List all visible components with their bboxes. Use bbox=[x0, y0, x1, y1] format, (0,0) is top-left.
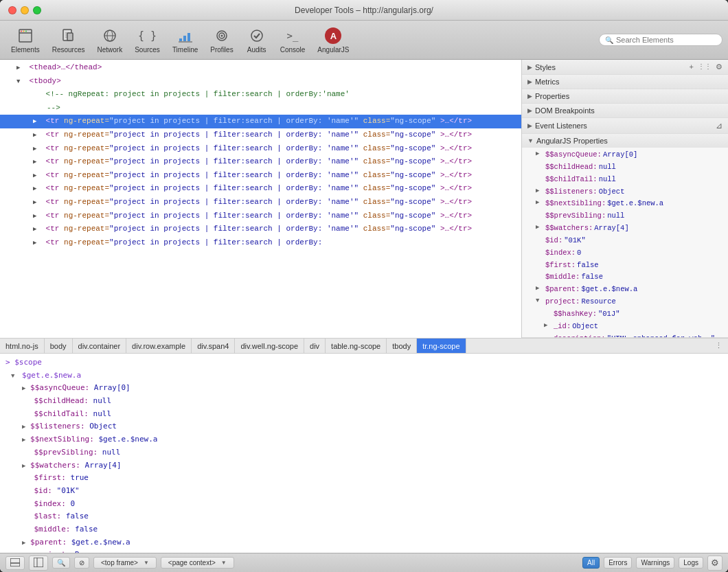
scope-line[interactable]: ▼ $get.e.$new.a bbox=[5, 369, 723, 382]
scope-line[interactable]: $$childTail: null bbox=[5, 408, 723, 421]
prop-row[interactable]: ▼ project: Resource bbox=[536, 296, 723, 308]
scope-line[interactable]: $first: true bbox=[5, 472, 723, 485]
prop-row[interactable]: $middle: false bbox=[536, 271, 723, 284]
add-style-icon[interactable]: + bbox=[690, 62, 694, 71]
scope-root-line[interactable]: > $scope bbox=[5, 356, 723, 369]
prop-value: $get.e.$new.a bbox=[581, 284, 637, 296]
prop-row[interactable]: $first: false bbox=[536, 260, 723, 272]
prop-name: $$prevSibling: bbox=[545, 210, 606, 222]
filter-logs-button[interactable]: Logs bbox=[679, 557, 703, 569]
breadcrumb-div-row-example[interactable]: div.row.example bbox=[126, 339, 192, 353]
prop-row[interactable]: ▶ $$watchers: Array[4] bbox=[536, 222, 723, 235]
scope-line[interactable]: $$prevSibling: null bbox=[5, 446, 723, 459]
table-row[interactable]: ▶ <tr ng-repeat="project in projects | f… bbox=[0, 236, 521, 250]
metrics-header[interactable]: ▶ Metrics bbox=[522, 75, 728, 89]
prop-row[interactable]: description: "HTML enhanced for web …" bbox=[536, 333, 723, 337]
prop-value: Array[4] bbox=[594, 222, 628, 235]
prop-row[interactable]: ▶ _id: Object bbox=[536, 321, 723, 333]
filter-warnings-button[interactable]: Warnings bbox=[636, 557, 674, 569]
expand-triangle: ▶ bbox=[33, 144, 41, 154]
search-bar[interactable]: 🔍 bbox=[599, 34, 723, 46]
no-pause-button[interactable]: ⊘ bbox=[74, 557, 89, 569]
prop-row[interactable]: ▶ $parent: $get.e.$new.a bbox=[536, 284, 723, 296]
prop-row[interactable]: ▶ $$asyncQueue: Array[0] bbox=[536, 149, 723, 161]
toolbar-elements[interactable]: Elements bbox=[5, 23, 45, 56]
table-row[interactable]: ▶ <tr ng-repeat="project in projects | f… bbox=[0, 155, 521, 169]
table-row[interactable]: --> bbox=[0, 102, 521, 115]
scope-line[interactable]: ▶ $$nextSibling: $get.e.$new.a bbox=[5, 433, 723, 446]
prop-row[interactable]: ▶ $$nextSibling: $get.e.$new.a bbox=[536, 198, 723, 210]
table-row[interactable]: ▶ <tr ng-repeat="project in projects | f… bbox=[0, 222, 521, 236]
toolbar-resources[interactable]: Resources bbox=[47, 23, 91, 56]
table-row[interactable]: ▶ <tr ng-repeat="project in projects | f… bbox=[0, 182, 521, 196]
toolbar-audits[interactable]: Audits bbox=[240, 23, 273, 56]
scope-line[interactable]: $id: "01K" bbox=[5, 485, 723, 498]
scope-line[interactable]: $last: false bbox=[5, 510, 723, 523]
scope-line[interactable]: ▶ $$watchers: Array[4] bbox=[5, 459, 723, 472]
table-row[interactable]: ▶ <tr ng-repeat="project in projects | f… bbox=[0, 142, 521, 156]
prop-row[interactable]: $id: "01K" bbox=[536, 235, 723, 247]
style-settings-icon[interactable]: ⚙ bbox=[716, 62, 723, 71]
scope-line[interactable]: $middle: false bbox=[5, 523, 723, 536]
properties-header[interactable]: ▶ Properties bbox=[522, 89, 728, 103]
toolbar-network[interactable]: Network bbox=[92, 23, 128, 56]
dom-breakpoints-header[interactable]: ▶ DOM Breakpoints bbox=[522, 104, 728, 117]
table-row[interactable]: ▶ <tr ng-repeat="project in projects | f… bbox=[0, 128, 521, 142]
frame-select[interactable]: <top frame> ▼ bbox=[93, 557, 157, 569]
inspect-mode-button[interactable] bbox=[29, 556, 48, 571]
svg-point-3 bbox=[23, 31, 24, 32]
table-row[interactable]: ▶ <tr ng-repeat="project in projects | f… bbox=[0, 209, 521, 223]
scope-line[interactable]: ▶ $parent: $get.e.$new.a bbox=[5, 536, 723, 549]
table-row[interactable]: ▶ <tr ng-repeat="project in projects | f… bbox=[0, 169, 521, 183]
toolbar-profiles[interactable]: Profiles bbox=[205, 23, 238, 56]
breadcrumb-tr-ng-scope[interactable]: tr.ng-scope bbox=[417, 339, 466, 353]
filter-all-button[interactable]: All bbox=[582, 557, 600, 569]
selected-dom-row[interactable]: ▶ <tr ng-repeat="project in projects | f… bbox=[0, 115, 521, 128]
table-row[interactable]: <!-- ngRepeat: project in projects | fil… bbox=[0, 88, 521, 102]
table-row[interactable]: ▶ <tr ng-repeat="project in projects | f… bbox=[0, 196, 521, 209]
context-select[interactable]: <page context> ▼ bbox=[161, 557, 234, 569]
prop-row[interactable]: $$prevSibling: null bbox=[536, 210, 723, 222]
toolbar-timeline[interactable]: Timeline bbox=[167, 23, 203, 56]
filter-errors-button[interactable]: Errors bbox=[604, 557, 632, 569]
style-options-icon[interactable]: ⋮⋮ bbox=[698, 62, 712, 71]
breadcrumb-tbody[interactable]: tbody bbox=[387, 339, 417, 353]
breadcrumb-div[interactable]: div bbox=[304, 339, 326, 353]
breadcrumb-div-container[interactable]: div.container bbox=[73, 339, 127, 353]
close-button[interactable] bbox=[8, 6, 16, 14]
breadcrumb-div-well-ng-scope[interactable]: div.well.ng-scope bbox=[235, 339, 304, 353]
prop-row[interactable]: $$hashKey: "01J" bbox=[536, 308, 723, 321]
toolbar-sources[interactable]: { } Sources bbox=[129, 23, 166, 56]
breadcrumb-body[interactable]: body bbox=[45, 339, 73, 353]
prop-row[interactable]: $$childTail: null bbox=[536, 174, 723, 186]
scope-line[interactable]: ▶ $$listeners: Object bbox=[5, 420, 723, 433]
scope-line[interactable]: ▶ $$asyncQueue: Array[0] bbox=[5, 382, 723, 395]
filter-icon[interactable]: ⊿ bbox=[716, 121, 723, 130]
console-icon: >_ bbox=[283, 26, 302, 45]
toolbar-console[interactable]: >_ Console bbox=[275, 23, 311, 56]
breadcrumb-table-ng-scope[interactable]: table.ng-scope bbox=[326, 339, 387, 353]
scope-line[interactable]: $index: 0 bbox=[5, 498, 723, 511]
properties-panel: ▶ Styles + ⋮⋮ ⚙ ▶ Metrics bbox=[522, 60, 728, 338]
prop-row[interactable]: ▶ $$listeners: Object bbox=[536, 186, 723, 198]
dock-bottom-button[interactable] bbox=[5, 556, 25, 570]
prop-row[interactable]: $index: 0 bbox=[536, 247, 723, 260]
breadcrumb-html[interactable]: html.no-js bbox=[0, 339, 45, 353]
angularjs-properties-header[interactable]: ▼ AngularJS Properties bbox=[522, 134, 728, 148]
prop-row[interactable]: $$childHead: null bbox=[536, 161, 723, 174]
element-picker-button[interactable]: 🔍 bbox=[52, 557, 70, 569]
scope-root-label: > $scope bbox=[5, 358, 42, 367]
toolbar-angularjs[interactable]: A AngularJS bbox=[312, 23, 354, 56]
breadcrumb-overflow[interactable]: ⋮ bbox=[709, 339, 728, 353]
scope-line[interactable]: $$childHead: null bbox=[5, 395, 723, 408]
minimize-button[interactable] bbox=[21, 6, 29, 14]
table-row[interactable]: ▶ <thead>…</thead> bbox=[0, 61, 521, 75]
table-row[interactable]: ▼ <tbody> bbox=[0, 75, 521, 89]
styles-header[interactable]: ▶ Styles + ⋮⋮ ⚙ bbox=[522, 60, 728, 74]
properties-label: Properties bbox=[535, 92, 569, 100]
maximize-button[interactable] bbox=[33, 6, 41, 14]
search-input[interactable] bbox=[616, 36, 716, 44]
event-listeners-header[interactable]: ▶ Event Listeners ⊿ bbox=[522, 118, 728, 133]
settings-gear-button[interactable]: ⚙ bbox=[707, 556, 723, 571]
breadcrumb-div-span4[interactable]: div.span4 bbox=[192, 339, 235, 353]
